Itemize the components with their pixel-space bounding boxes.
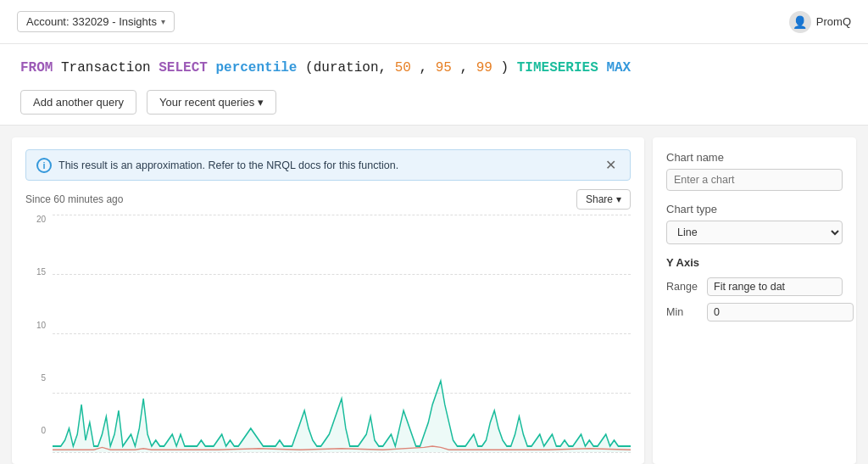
y-axis-20: 20 [36,215,46,224]
user-area: 👤 PromQ [789,11,851,33]
range-row: Range Fit range to dat [666,277,843,296]
chart-name-input[interactable] [666,169,843,191]
chart-name-label: Chart name [666,151,843,164]
chart-area: 20 15 10 5 0 [25,215,631,452]
chart-name-field: Chart name [666,151,843,191]
top-bar: Account: 332029 - Insights ▾ 👤 PromQ [0,0,868,44]
info-message: This result is an approximation. Refer t… [58,159,595,171]
y-axis-10: 10 [36,321,46,330]
query-text[interactable]: FROM Transaction SELECT percentile (dura… [20,58,848,78]
query-p99: 99 [476,60,492,75]
range-label: Range [666,281,700,293]
chart-inner [53,215,631,452]
chart-type-select[interactable]: Line [666,221,843,244]
account-selector[interactable]: Account: 332029 - Insights ▾ [17,11,175,32]
recent-queries-chevron-icon: ▾ [258,96,264,109]
account-label: Account: 332029 - Insights [26,15,157,28]
y-axis-section: Y Axis Range Fit range to dat Min [666,256,843,321]
chart-panel: i This result is an approximation. Refer… [12,137,644,464]
query-from: FROM [20,60,53,75]
user-name: PromQ [816,15,851,28]
y-axis-5: 5 [41,373,46,383]
query-p50: 50 [395,60,411,75]
info-icon: i [36,158,52,173]
share-button[interactable]: Share ▾ [576,189,631,210]
y-axis: 20 15 10 5 0 [25,215,49,435]
y-axis-15: 15 [36,267,46,277]
main-content: i This result is an approximation. Refer… [0,126,868,464]
info-banner: i This result is an approximation. Refer… [25,149,631,181]
chart-type-label: Chart type [666,203,843,215]
min-label: Min [666,306,700,318]
add-query-button[interactable]: Add another query [20,90,136,115]
query-timeseries: TIMESERIES [517,60,598,75]
y-axis-0: 0 [41,426,46,435]
query-actions: Add another query Your recent queries ▾ [20,90,848,115]
query-p95: 95 [436,60,452,75]
close-banner-button[interactable]: ✕ [602,157,620,173]
since-label: Since 60 minutes ago [25,193,123,205]
svg-marker-0 [53,381,631,452]
min-input[interactable] [707,303,854,321]
share-label: Share [586,193,613,205]
range-value: Fit range to dat [707,277,843,296]
chart-header: Since 60 minutes ago Share ▾ [25,189,631,210]
query-area: FROM Transaction SELECT percentile (dura… [0,44,868,126]
chart-svg [53,215,631,452]
min-row: Min [666,303,843,321]
query-percentile: percentile [215,60,297,75]
recent-queries-button[interactable]: Your recent queries ▾ [147,90,276,115]
share-chevron-icon: ▾ [616,193,621,205]
user-avatar-icon: 👤 [789,11,811,33]
recent-queries-label: Your recent queries [159,96,254,109]
query-max: MAX [606,60,631,75]
y-axis-title: Y Axis [666,256,843,269]
chart-type-field: Chart type Line [666,203,843,244]
query-select: SELECT [159,60,208,75]
right-panel: Chart name Chart type Line Y Axis Range … [653,137,856,464]
account-chevron-icon: ▾ [161,17,165,26]
